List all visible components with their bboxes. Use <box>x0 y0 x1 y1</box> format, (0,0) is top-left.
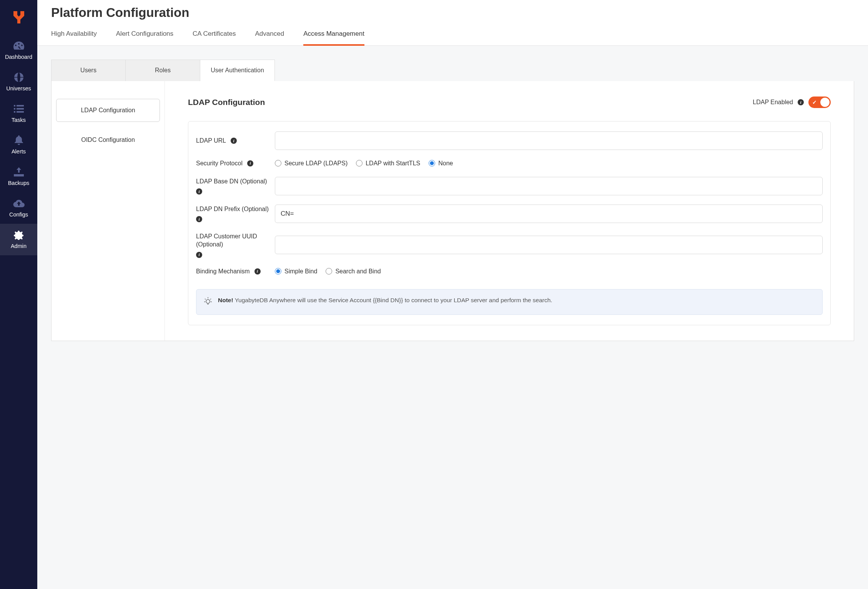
tab-high-availability[interactable]: High Availability <box>51 30 97 45</box>
ldap-enabled-label: LDAP Enabled <box>753 99 793 106</box>
binding-mechanism-group: Simple Bind Search and Bind <box>275 268 823 275</box>
svg-rect-4 <box>17 108 24 110</box>
info-icon: i <box>798 99 804 105</box>
note-box: Note! YugabyteDB Anywhere will use the S… <box>196 289 823 314</box>
svg-rect-6 <box>17 111 24 113</box>
check-icon: ✓ <box>812 99 817 105</box>
ldap-form: LDAP URL i Security Protocol i <box>188 121 831 325</box>
radio-simple-bind[interactable]: Simple Bind <box>275 268 317 275</box>
tab-advanced[interactable]: Advanced <box>255 30 284 45</box>
radio-starttls[interactable]: LDAP with StartTLS <box>356 160 420 167</box>
svg-rect-3 <box>14 108 15 110</box>
ldap-base-dn-input[interactable] <box>275 177 823 195</box>
side-option-ldap[interactable]: LDAP Configuration <box>56 99 160 122</box>
ldap-url-input[interactable] <box>275 131 823 150</box>
sidebar-item-dashboard[interactable]: Dashboard <box>0 35 37 66</box>
logo <box>11 8 27 27</box>
tab-ca-certificates[interactable]: CA Certificates <box>193 30 236 45</box>
dashboard-icon <box>13 40 25 52</box>
svg-rect-1 <box>14 105 15 106</box>
bell-icon <box>13 135 25 146</box>
info-icon: i <box>254 268 261 275</box>
sidebar-item-universes[interactable]: Universes <box>0 66 37 98</box>
cloud-upload-icon <box>13 198 25 209</box>
field-label: LDAP URL <box>196 136 226 145</box>
yugabyte-logo-icon <box>11 10 27 25</box>
sub-tab-users[interactable]: Users <box>51 60 126 81</box>
sidebar-item-configs[interactable]: Configs <box>0 192 37 224</box>
top-tabs: High Availability Alert Configurations C… <box>37 20 868 46</box>
sidebar-item-backups[interactable]: Backups <box>0 161 37 192</box>
sidebar-item-tasks[interactable]: Tasks <box>0 98 37 129</box>
page-title: Platform Configuration <box>51 5 854 20</box>
radio-none[interactable]: None <box>429 160 453 167</box>
ldap-customer-uuid-input[interactable] <box>275 236 823 254</box>
tab-access-management[interactable]: Access Management <box>303 30 364 45</box>
svg-point-7 <box>206 299 210 303</box>
svg-rect-2 <box>17 105 24 106</box>
info-icon: i <box>196 216 202 222</box>
sidebar-item-label: Universes <box>6 85 31 92</box>
sidebar-item-alerts[interactable]: Alerts <box>0 129 37 161</box>
upload-icon <box>13 166 25 178</box>
ldap-dn-prefix-input[interactable] <box>275 205 823 223</box>
side-option-oidc[interactable]: OIDC Configuration <box>56 129 160 151</box>
radio-ldaps[interactable]: Secure LDAP (LDAPS) <box>275 160 348 167</box>
field-label: Binding Mechanism <box>196 267 250 276</box>
svg-line-10 <box>210 299 211 299</box>
field-label: LDAP Base DN (Optional) <box>196 177 267 186</box>
sidebar-item-label: Configs <box>9 211 28 218</box>
field-label: Security Protocol <box>196 159 243 168</box>
ldap-enabled-toggle[interactable]: ✓ <box>808 97 831 108</box>
field-label: LDAP Customer UUID (Optional) <box>196 232 273 249</box>
info-icon: i <box>196 252 202 258</box>
lightbulb-icon <box>203 296 213 308</box>
panel: LDAP Configuration OIDC Configuration LD… <box>51 81 854 341</box>
note-text: Note! YugabyteDB Anywhere will use the S… <box>218 296 552 308</box>
globe-icon <box>13 72 25 83</box>
sidebar: Dashboard Universes Tasks Alerts Backups <box>0 0 37 589</box>
tab-alert-configurations[interactable]: Alert Configurations <box>116 30 173 45</box>
info-icon: i <box>231 138 237 144</box>
sub-tabs: Users Roles User Authentication <box>51 60 854 81</box>
sidebar-item-label: Tasks <box>12 117 26 123</box>
sidebar-item-label: Dashboard <box>5 54 32 60</box>
sidebar-item-admin[interactable]: Admin <box>0 224 37 255</box>
list-icon <box>13 103 25 115</box>
sidebar-item-label: Alerts <box>12 148 26 155</box>
info-icon: i <box>196 188 202 195</box>
sidebar-item-label: Backups <box>8 180 30 186</box>
panel-left-nav: LDAP Configuration OIDC Configuration <box>52 81 165 341</box>
sidebar-item-label: Admin <box>11 243 27 249</box>
security-protocol-group: Secure LDAP (LDAPS) LDAP with StartTLS N… <box>275 160 823 167</box>
sub-tab-roles[interactable]: Roles <box>126 60 200 81</box>
main-content: Platform Configuration High Availability… <box>37 0 868 589</box>
info-icon: i <box>247 160 253 166</box>
sub-tab-user-authentication[interactable]: User Authentication <box>200 60 275 81</box>
svg-line-9 <box>205 299 206 299</box>
gear-icon <box>13 229 25 241</box>
svg-rect-5 <box>14 111 15 113</box>
field-label: LDAP DN Prefix (Optional) <box>196 205 269 213</box>
section-title: LDAP Configuration <box>188 98 265 107</box>
radio-search-and-bind[interactable]: Search and Bind <box>326 268 381 275</box>
